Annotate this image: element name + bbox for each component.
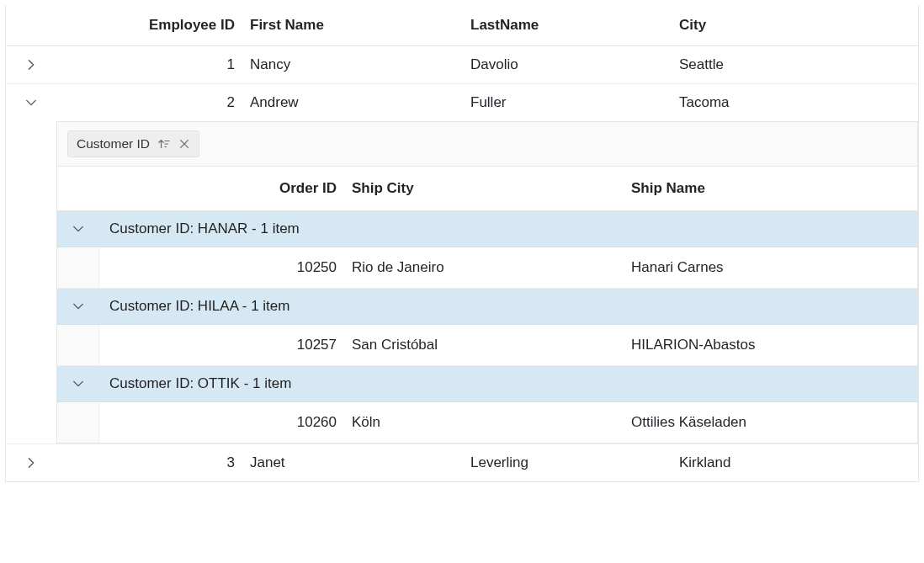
cell-first-name: Nancy	[250, 46, 470, 83]
orders-nested-grid: Customer ID Order ID Ship City Ship Name…	[56, 121, 918, 443]
cell-last-name: Davolio	[470, 46, 679, 83]
group-caption-row[interactable]: Customer ID: HANAR - 1 item	[57, 211, 917, 247]
nested-header-row: Order ID Ship City Ship Name	[57, 167, 917, 211]
cell-order-id: 10250	[99, 247, 352, 288]
table-row[interactable]: 10257 San Cristóbal HILARION-Abastos	[57, 325, 917, 366]
cell-ship-city: Rio de Janeiro	[352, 247, 631, 288]
cell-ship-city: Köln	[352, 402, 631, 443]
sort-ascending-icon[interactable]	[158, 138, 170, 150]
cell-last-name: Fuller	[470, 84, 679, 121]
expand-toggle[interactable]	[6, 46, 56, 83]
cell-ship-name: HILARION-Abastos	[631, 325, 917, 365]
group-toggle[interactable]	[57, 211, 99, 247]
group-caption-row[interactable]: Customer ID: OTTIK - 1 item	[57, 366, 917, 402]
nested-expand-col-header	[57, 167, 99, 210]
expand-column-header	[6, 5, 56, 45]
expand-toggle[interactable]	[6, 444, 56, 481]
table-row[interactable]: 10260 Köln Ottilies Käseladen	[57, 402, 917, 443]
cell-employee-id: 3	[56, 444, 250, 481]
cell-order-id: 10257	[99, 325, 352, 365]
group-caption-row[interactable]: Customer ID: HILAA - 1 item	[57, 289, 917, 325]
cell-city: Kirkland	[679, 444, 918, 481]
group-caption-label: Customer ID: OTTIK - 1 item	[99, 366, 917, 401]
chevron-down-icon	[72, 300, 84, 312]
cell-city: Tacoma	[679, 84, 918, 121]
cell-ship-city: San Cristóbal	[352, 325, 631, 365]
expand-toggle[interactable]	[6, 84, 56, 121]
employee-grid: Employee ID First Name LastName City 1 N…	[5, 5, 919, 482]
col-city[interactable]: City	[679, 5, 918, 45]
cell-city: Seattle	[679, 46, 918, 83]
cell-employee-id: 2	[56, 84, 250, 121]
chevron-down-icon	[25, 97, 37, 109]
cell-first-name: Janet	[250, 444, 470, 481]
group-caption-label: Customer ID: HANAR - 1 item	[99, 211, 917, 247]
chevron-down-icon	[72, 223, 84, 235]
group-caption-label: Customer ID: HILAA - 1 item	[99, 289, 917, 324]
chevron-right-icon	[25, 59, 37, 71]
group-indent-cell	[57, 247, 99, 288]
group-drop-area[interactable]: Customer ID	[57, 122, 917, 167]
col-ship-city[interactable]: Ship City	[352, 167, 631, 210]
group-indent-cell	[57, 325, 99, 365]
col-order-id[interactable]: Order ID	[99, 167, 352, 210]
chevron-right-icon	[25, 457, 37, 469]
table-row[interactable]: 2 Andrew Fuller Tacoma	[6, 84, 918, 121]
col-employee-id[interactable]: Employee ID	[56, 5, 250, 45]
cell-ship-name: Hanari Carnes	[631, 247, 917, 288]
cell-first-name: Andrew	[250, 84, 470, 121]
group-chip-label: Customer ID	[77, 136, 150, 151]
close-icon[interactable]	[178, 138, 190, 150]
group-indent-cell	[57, 402, 99, 443]
group-toggle[interactable]	[57, 289, 99, 324]
group-chip-customer-id[interactable]: Customer ID	[67, 130, 199, 157]
col-first-name[interactable]: First Name	[250, 5, 470, 45]
group-toggle[interactable]	[57, 366, 99, 401]
grid-header-row: Employee ID First Name LastName City	[6, 5, 918, 46]
table-row[interactable]: 1 Nancy Davolio Seattle	[6, 46, 918, 84]
chevron-down-icon	[72, 378, 84, 390]
cell-ship-name: Ottilies Käseladen	[631, 402, 917, 443]
table-row[interactable]: 3 Janet Leverling Kirkland	[6, 443, 918, 481]
col-ship-name[interactable]: Ship Name	[631, 167, 917, 210]
table-row[interactable]: 10250 Rio de Janeiro Hanari Carnes	[57, 247, 917, 289]
cell-order-id: 10260	[99, 402, 352, 443]
cell-employee-id: 1	[56, 46, 250, 83]
col-last-name[interactable]: LastName	[470, 5, 679, 45]
cell-last-name: Leverling	[470, 444, 679, 481]
